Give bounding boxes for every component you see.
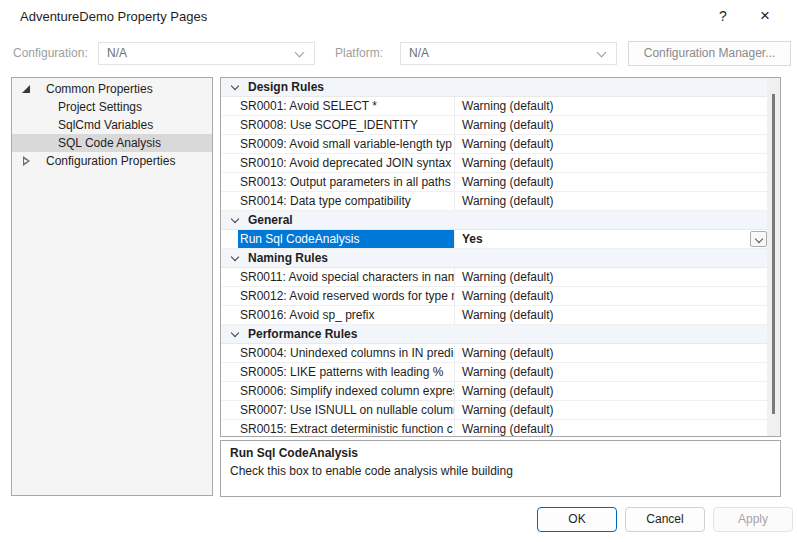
section-collapse-chevron-icon[interactable] bbox=[231, 329, 239, 337]
property-value[interactable]: Warning (default) bbox=[454, 192, 767, 210]
close-icon[interactable]: × bbox=[751, 3, 779, 29]
property-name[interactable]: SR0001: Avoid SELECT * bbox=[238, 97, 454, 115]
property-value[interactable]: Warning (default) bbox=[454, 363, 767, 381]
section-label: Naming Rules bbox=[248, 249, 328, 267]
help-icon[interactable]: ? bbox=[709, 3, 737, 29]
property-name[interactable]: SR0015: Extract deterministic function c bbox=[238, 420, 454, 437]
chevron-down-icon bbox=[295, 48, 305, 58]
chevron-down-icon bbox=[597, 48, 607, 58]
property-value[interactable]: Warning (default) bbox=[454, 135, 767, 153]
grid-row-sr0011-avoid-special-characters-in-nam[interactable]: SR0011: Avoid special characters in namW… bbox=[221, 268, 767, 287]
platform-combo-value: N/A bbox=[409, 46, 429, 60]
grid-row-sr0006-simplify-indexed-column-expres[interactable]: SR0006: Simplify indexed column expresWa… bbox=[221, 382, 767, 401]
chevron-down-icon bbox=[755, 235, 763, 243]
tree-item-label: Project Settings bbox=[58, 98, 142, 116]
grid-row-sr0005-like-patterns-with-leading[interactable]: SR0005: LIKE patterns with leading %Warn… bbox=[221, 363, 767, 382]
property-grid: Design RulesSR0001: Avoid SELECT *Warnin… bbox=[220, 77, 781, 437]
value-dropdown-button[interactable] bbox=[750, 231, 767, 247]
grid-row-sr0001-avoid-select[interactable]: SR0001: Avoid SELECT *Warning (default) bbox=[221, 97, 767, 116]
property-grid-rows: Design RulesSR0001: Avoid SELECT *Warnin… bbox=[221, 78, 767, 437]
description-text: Check this box to enable code analysis w… bbox=[230, 464, 771, 478]
ok-button[interactable]: OK bbox=[537, 507, 617, 532]
grid-section-design-rules[interactable]: Design Rules bbox=[221, 78, 767, 97]
grid-row-sr0015-extract-deterministic-function-c[interactable]: SR0015: Extract deterministic function c… bbox=[221, 420, 767, 437]
property-name[interactable]: SR0005: LIKE patterns with leading % bbox=[238, 363, 454, 381]
section-label: Performance Rules bbox=[248, 325, 357, 343]
property-value[interactable]: Warning (default) bbox=[454, 154, 767, 172]
tree-item-label: Configuration Properties bbox=[46, 152, 175, 170]
property-name[interactable]: SR0008: Use SCOPE_IDENTITY bbox=[238, 116, 454, 134]
property-value[interactable]: Warning (default) bbox=[454, 306, 767, 324]
grid-row-sr0012-avoid-reserved-words-for-type-n[interactable]: SR0012: Avoid reserved words for type nW… bbox=[221, 287, 767, 306]
property-name[interactable]: SR0007: Use ISNULL on nullable column bbox=[238, 401, 454, 419]
properties-tree: Common PropertiesProject SettingsSqlCmd … bbox=[11, 77, 213, 496]
property-name[interactable]: SR0016: Avoid sp_ prefix bbox=[238, 306, 454, 324]
grid-row-sr0008-use-scope-identity[interactable]: SR0008: Use SCOPE_IDENTITYWarning (defau… bbox=[221, 116, 767, 135]
property-value[interactable]: Warning (default) bbox=[454, 420, 767, 437]
grid-row-sr0013-output-parameters-in-all-paths[interactable]: SR0013: Output parameters in all pathsWa… bbox=[221, 173, 767, 192]
property-value[interactable]: Warning (default) bbox=[454, 268, 767, 286]
property-name[interactable]: SR0004: Unindexed columns in IN predic bbox=[238, 344, 454, 362]
property-value[interactable]: Warning (default) bbox=[454, 173, 767, 191]
section-collapse-chevron-icon[interactable] bbox=[231, 253, 239, 261]
property-name[interactable]: SR0013: Output parameters in all paths bbox=[238, 173, 454, 191]
vertical-scrollbar[interactable] bbox=[767, 78, 780, 436]
property-value[interactable]: Warning (default) bbox=[454, 287, 767, 305]
property-value[interactable]: Warning (default) bbox=[454, 344, 767, 362]
configuration-combo[interactable]: N/A bbox=[98, 42, 315, 65]
grid-row-sr0014-data-type-compatibility[interactable]: SR0014: Data type compatibilityWarning (… bbox=[221, 192, 767, 211]
window-title: AdventureDemo Property Pages bbox=[20, 9, 207, 24]
property-name[interactable]: SR0012: Avoid reserved words for type n bbox=[238, 287, 454, 305]
grid-section-naming-rules[interactable]: Naming Rules bbox=[221, 249, 767, 268]
section-label: Design Rules bbox=[248, 78, 324, 96]
configuration-label: Configuration: bbox=[13, 46, 88, 60]
property-value[interactable]: Yes bbox=[454, 230, 767, 248]
tree-item-sqlcmd-variables[interactable]: SqlCmd Variables bbox=[12, 116, 212, 134]
tree-item-configuration-properties[interactable]: Configuration Properties bbox=[12, 152, 212, 170]
property-name[interactable]: SR0006: Simplify indexed column expres bbox=[238, 382, 454, 400]
property-name[interactable]: SR0011: Avoid special characters in nam bbox=[238, 268, 454, 286]
grid-row-sr0009-avoid-small-variable-length-typ[interactable]: SR0009: Avoid small variable-length typW… bbox=[221, 135, 767, 154]
grid-row-sr0004-unindexed-columns-in-in-predic[interactable]: SR0004: Unindexed columns in IN predicWa… bbox=[221, 344, 767, 363]
platform-combo[interactable]: N/A bbox=[400, 42, 617, 65]
scrollbar-thumb[interactable] bbox=[772, 94, 775, 414]
section-label: General bbox=[248, 211, 293, 229]
tree-item-common-properties[interactable]: Common Properties bbox=[12, 80, 212, 98]
collapsed-triangle-icon[interactable] bbox=[23, 156, 30, 166]
section-collapse-chevron-icon[interactable] bbox=[231, 82, 239, 90]
tree-item-project-settings[interactable]: Project Settings bbox=[12, 98, 212, 116]
section-collapse-chevron-icon[interactable] bbox=[231, 215, 239, 223]
property-value[interactable]: Warning (default) bbox=[454, 97, 767, 115]
tree-item-label: SqlCmd Variables bbox=[58, 116, 153, 134]
description-panel: Run Sql CodeAnalysis Check this box to e… bbox=[220, 440, 781, 497]
tree-item-sql-code-analysis[interactable]: SQL Code Analysis bbox=[12, 134, 212, 152]
property-value[interactable]: Warning (default) bbox=[454, 382, 767, 400]
property-value[interactable]: Warning (default) bbox=[454, 401, 767, 419]
description-title: Run Sql CodeAnalysis bbox=[230, 446, 771, 460]
grid-row-run-sql-codeanalysis[interactable]: Run Sql CodeAnalysisYes bbox=[221, 230, 767, 249]
grid-section-general[interactable]: General bbox=[221, 211, 767, 230]
tree-item-label: SQL Code Analysis bbox=[58, 134, 161, 152]
grid-row-sr0007-use-isnull-on-nullable-column[interactable]: SR0007: Use ISNULL on nullable columnWar… bbox=[221, 401, 767, 420]
property-name[interactable]: SR0010: Avoid deprecated JOIN syntax bbox=[238, 154, 454, 172]
configuration-combo-value: N/A bbox=[107, 46, 127, 60]
grid-row-sr0016-avoid-sp-prefix[interactable]: SR0016: Avoid sp_ prefixWarning (default… bbox=[221, 306, 767, 325]
tree-item-label: Common Properties bbox=[46, 80, 153, 98]
grid-row-sr0010-avoid-deprecated-join-syntax[interactable]: SR0010: Avoid deprecated JOIN syntaxWarn… bbox=[221, 154, 767, 173]
property-name[interactable]: SR0014: Data type compatibility bbox=[238, 192, 454, 210]
property-name[interactable]: Run Sql CodeAnalysis bbox=[238, 230, 454, 248]
property-name[interactable]: SR0009: Avoid small variable-length typ bbox=[238, 135, 454, 153]
apply-button[interactable]: Apply bbox=[713, 507, 793, 532]
grid-section-performance-rules[interactable]: Performance Rules bbox=[221, 325, 767, 344]
platform-label: Platform: bbox=[335, 46, 383, 60]
property-value[interactable]: Warning (default) bbox=[454, 116, 767, 134]
cancel-button[interactable]: Cancel bbox=[625, 507, 705, 532]
configuration-manager-button[interactable]: Configuration Manager... bbox=[628, 41, 791, 66]
expanded-triangle-icon[interactable] bbox=[22, 85, 30, 93]
